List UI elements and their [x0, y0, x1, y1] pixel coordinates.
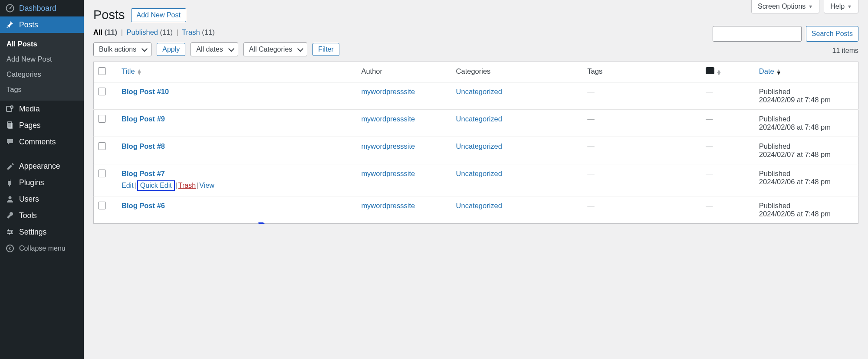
sidebar-item-plugins[interactable]: Plugins	[0, 174, 84, 191]
post-title-link[interactable]: Blog Post #6	[122, 202, 165, 209]
column-checkbox	[94, 62, 118, 82]
submenu-all-posts[interactable]: All Posts	[0, 36, 84, 52]
sidebar-item-tools[interactable]: Tools	[0, 207, 84, 224]
sort-icon: ▲▼	[716, 69, 722, 75]
admin-sidebar: Dashboard Posts All Posts Add New Post C…	[0, 0, 84, 224]
svg-point-1	[10, 8, 11, 9]
screen-meta-links: Screen Options ▼ Help ▼	[751, 0, 858, 13]
category-filter-select[interactable]: All Categories	[243, 42, 308, 56]
svg-point-6	[9, 196, 12, 199]
sidebar-item-pages[interactable]: Pages	[0, 117, 84, 134]
sidebar-label: Tools	[19, 211, 37, 220]
submenu-categories[interactable]: Categories	[0, 67, 84, 82]
chevron-down-icon: ▼	[847, 4, 852, 9]
post-category-link[interactable]: Uncategorized	[456, 170, 502, 177]
post-comments: —	[706, 115, 713, 123]
filter-trash[interactable]: Trash (11)	[182, 28, 215, 36]
sidebar-label: Appearance	[19, 162, 60, 171]
filter-published[interactable]: Published (11)	[127, 28, 173, 36]
sidebar-item-appearance[interactable]: Appearance	[0, 158, 84, 174]
page-header: Posts Add New Post	[84, 0, 868, 26]
post-title-link[interactable]: Blog Post #8	[122, 142, 165, 150]
post-comments: —	[706, 88, 713, 95]
page-title: Posts	[93, 8, 125, 22]
post-tags: —	[587, 88, 595, 95]
row-checkbox[interactable]	[98, 170, 106, 177]
post-tags: —	[587, 202, 595, 209]
row-action-edit[interactable]: Edit	[122, 182, 134, 189]
column-tags: Tags	[583, 62, 701, 82]
filter-button[interactable]: Filter	[312, 43, 339, 56]
row-action-trash[interactable]: Trash	[178, 182, 196, 189]
post-author-link[interactable]: mywordpresssite	[361, 88, 415, 95]
posts-submenu: All Posts Add New Post Categories Tags	[0, 33, 84, 101]
add-new-post-button[interactable]: Add New Post	[131, 8, 186, 22]
comment-icon	[706, 67, 714, 74]
sidebar-label: Dashboard	[19, 4, 56, 13]
bulk-actions-select[interactable]: Bulk actions	[93, 42, 151, 56]
post-category-link[interactable]: Uncategorized	[456, 115, 502, 123]
post-category-link[interactable]: Uncategorized	[456, 202, 502, 209]
sort-icon: ▲▼	[137, 69, 142, 75]
pages-icon	[5, 121, 15, 130]
sidebar-label: Comments	[19, 137, 56, 147]
dashboard-icon	[5, 3, 15, 13]
post-category-link[interactable]: Uncategorized	[456, 142, 502, 150]
post-author-link[interactable]: mywordpresssite	[361, 142, 415, 150]
post-date: Published2024/02/05 at 7:48 pm	[755, 196, 858, 224]
post-author-link[interactable]: mywordpresssite	[361, 170, 415, 177]
submenu-add-new[interactable]: Add New Post	[0, 52, 84, 67]
help-label: Help	[830, 3, 845, 10]
screen-options-tab[interactable]: Screen Options ▼	[751, 0, 819, 13]
screen-options-label: Screen Options	[758, 3, 806, 10]
sidebar-item-media[interactable]: Media	[0, 101, 84, 117]
sidebar-label: Media	[19, 104, 40, 114]
plugins-icon	[5, 178, 15, 187]
select-all-checkbox[interactable]	[98, 67, 106, 75]
post-date: Published2024/02/08 at 7:48 pm	[755, 110, 858, 137]
tools-icon	[5, 211, 15, 220]
date-filter-select[interactable]: All dates	[191, 42, 238, 56]
post-tags: —	[587, 115, 595, 123]
submenu-tags[interactable]: Tags	[0, 82, 84, 97]
post-comments: —	[706, 202, 713, 209]
post-title-link[interactable]: Blog Post #9	[122, 115, 165, 123]
sidebar-label: Users	[19, 195, 39, 204]
post-author-link[interactable]: mywordpresssite	[361, 202, 415, 209]
sidebar-item-users[interactable]: Users	[0, 191, 84, 207]
search-posts-button[interactable]: Search Posts	[806, 26, 858, 42]
table-row: Blog Post #8 mywordpresssite Uncategoriz…	[94, 137, 858, 164]
post-category-link[interactable]: Uncategorized	[456, 88, 502, 95]
row-action-quick-edit[interactable]: Quick Edit	[140, 182, 172, 189]
sidebar-item-dashboard[interactable]: Dashboard	[0, 0, 84, 16]
sidebar-item-posts[interactable]: Posts	[0, 16, 84, 33]
post-title-link[interactable]: Blog Post #10	[122, 88, 169, 95]
row-checkbox[interactable]	[98, 202, 106, 209]
help-tab[interactable]: Help ▼	[824, 0, 858, 13]
sidebar-item-comments[interactable]: Comments	[0, 134, 84, 150]
post-tags: —	[587, 170, 595, 177]
sidebar-label: Plugins	[19, 178, 44, 187]
users-icon	[5, 194, 15, 204]
filter-all[interactable]: All (11)	[93, 28, 117, 36]
row-actions: Edit|Quick Edit|Trash|View	[122, 180, 352, 191]
column-comments[interactable]: ▲▼	[701, 62, 755, 82]
table-row: Blog Post #6 mywordpresssite Uncategoriz…	[94, 196, 858, 224]
row-action-view[interactable]: View	[199, 182, 214, 189]
post-date: Published2024/02/06 at 7:48 pm	[755, 164, 858, 196]
post-author-link[interactable]: mywordpresssite	[361, 115, 415, 123]
row-checkbox[interactable]	[98, 115, 106, 123]
post-comments: —	[706, 170, 713, 177]
chevron-down-icon: ▼	[808, 4, 813, 9]
column-author: Author	[357, 62, 451, 82]
column-date[interactable]: Date▲▼	[755, 62, 858, 82]
search-input[interactable]	[713, 26, 802, 42]
column-title[interactable]: Title▲▼	[117, 62, 357, 82]
sidebar-label: Pages	[19, 121, 41, 130]
apply-button[interactable]: Apply	[157, 43, 185, 56]
post-title-link[interactable]: Blog Post #7	[122, 170, 165, 177]
table-row: Blog Post #7 Edit|Quick Edit|Trash|View …	[94, 164, 858, 196]
row-checkbox[interactable]	[98, 142, 106, 150]
main-content: Screen Options ▼ Help ▼ Posts Add New Po…	[84, 0, 868, 224]
row-checkbox[interactable]	[98, 88, 106, 95]
